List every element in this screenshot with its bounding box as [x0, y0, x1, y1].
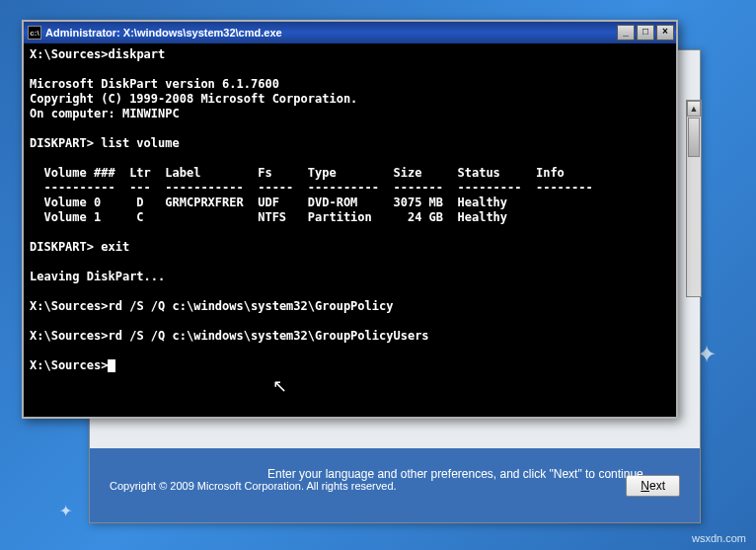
diskpart-banner: Microsoft DiskPart version 6.1.7600: [30, 77, 279, 91]
scroll-thumb[interactable]: [688, 118, 700, 157]
diskpart-prompt: DISKPART>: [30, 136, 101, 150]
setup-scrollbar[interactable]: ▲: [686, 100, 702, 297]
text-cursor: [108, 359, 115, 372]
watermark-text: wsxdn.com: [692, 532, 746, 544]
close-button[interactable]: ×: [656, 25, 674, 40]
table-header: Volume ### Ltr Label Fs Type Size Status…: [30, 166, 565, 180]
maximize-button[interactable]: □: [637, 25, 654, 40]
table-row: Volume 1 C NTFS Partition 24 GB Healthy: [30, 210, 507, 224]
copyright-text: Copyright © 2009 Microsoft Corporation. …: [110, 480, 397, 492]
typed-command: rd /S /Q c:\windows\system32\GroupPolicy…: [108, 329, 428, 343]
prompt: X:\Sources>: [30, 329, 108, 343]
prompt: X:\Sources>: [30, 358, 108, 372]
minimize-button[interactable]: _: [617, 25, 635, 40]
typed-command: diskpart: [108, 47, 165, 61]
table-rule: ---------- --- ----------- ----- -------…: [30, 181, 593, 195]
table-row: Volume 0 D GRMCPRXFRER UDF DVD-ROM 3075 …: [30, 196, 507, 209]
typed-command: list volume: [101, 136, 179, 150]
typed-command: rd /S /Q c:\windows\system32\GroupPolicy: [108, 299, 393, 313]
setup-hint-text: Enter your language and other preference…: [267, 467, 646, 481]
prompt: X:\Sources>: [30, 47, 108, 61]
bg-star-icon: ✦: [59, 502, 72, 520]
titlebar[interactable]: c:\ Administrator: X:\windows\system32\c…: [24, 22, 676, 43]
cmd-window: c:\ Administrator: X:\windows\system32\c…: [22, 20, 678, 419]
output-line: Leaving DiskPart...: [30, 270, 165, 283]
scroll-up-button[interactable]: ▲: [687, 101, 701, 117]
diskpart-banner: Copyright (C) 1999-2008 Microsoft Corpor…: [30, 92, 357, 106]
window-title: Administrator: X:\windows\system32\cmd.e…: [45, 27, 617, 39]
diskpart-prompt: DISKPART>: [30, 240, 101, 254]
typed-command: exit: [101, 240, 129, 254]
cmd-icon: c:\: [28, 26, 41, 39]
prompt: X:\Sources>: [30, 299, 108, 313]
diskpart-banner: On computer: MINWINPC: [30, 107, 180, 120]
setup-footer: Copyright © 2009 Microsoft Corporation. …: [90, 448, 700, 522]
terminal-output[interactable]: X:\Sources>diskpart Microsoft DiskPart v…: [24, 43, 676, 417]
